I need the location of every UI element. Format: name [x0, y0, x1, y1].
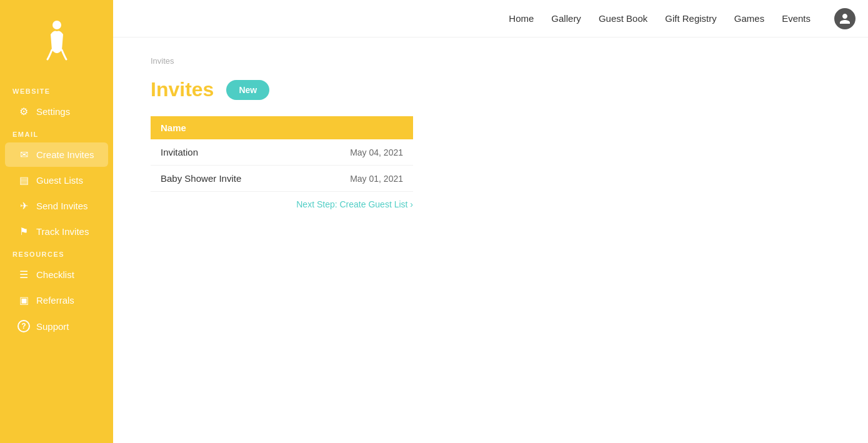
page-title: Invites [151, 78, 214, 101]
table-header-name: Name [151, 116, 413, 139]
checklist-icon: ☰ [17, 269, 30, 281]
support-icon: ? [17, 320, 30, 332]
referrals-label: Referrals [36, 295, 74, 306]
breadcrumb: Invites [151, 56, 831, 66]
referrals-icon: ▣ [17, 294, 30, 306]
sidebar-item-checklist[interactable]: ☰ Checklist [5, 262, 108, 287]
sidebar-item-referrals[interactable]: ▣ Referrals [5, 288, 108, 312]
next-step-link[interactable]: Next Step: Create Guest List › [151, 199, 413, 209]
send-icon: ✈ [17, 200, 30, 212]
resources-section-label: RESOURCES [0, 244, 113, 262]
support-label: Support [36, 321, 69, 332]
user-avatar[interactable] [834, 8, 856, 29]
email-section-label: EMAIL [0, 124, 113, 142]
sidebar-logo [0, 6, 113, 81]
track-icon: ⚑ [17, 226, 30, 237]
invites-table: Name Invitation May 04, 2021 Baby Shower… [151, 116, 413, 192]
page-header: Invites New [151, 78, 831, 101]
invite-name-2: Baby Shower Invite [151, 166, 303, 192]
sidebar-item-send-invites[interactable]: ✈ Send Invites [5, 194, 108, 218]
main-content: Invites Invites New Name Invitation May … [113, 37, 868, 443]
sidebar-item-guest-lists[interactable]: ▤ Guest Lists [5, 168, 108, 192]
create-invites-label: Create Invites [36, 149, 94, 160]
gear-icon: ⚙ [17, 106, 30, 117]
invite-date-2: May 01, 2021 [303, 166, 413, 192]
nav-gift-registry[interactable]: Gift Registry [665, 13, 717, 24]
new-invite-button[interactable]: New [226, 80, 269, 100]
top-nav: Home Gallery Guest Book Gift Registry Ga… [113, 0, 868, 37]
sidebar-item-track-invites[interactable]: ⚑ Track Invites [5, 219, 108, 244]
guest-lists-label: Guest Lists [36, 175, 83, 186]
sidebar-item-create-invites[interactable]: ✉ Create Invites [5, 142, 108, 167]
table-header-row: Name [151, 116, 413, 139]
invite-date-1: May 04, 2021 [303, 139, 413, 166]
nav-events[interactable]: Events [782, 13, 811, 24]
table-row[interactable]: Invitation May 04, 2021 [151, 139, 413, 166]
track-invites-label: Track Invites [36, 226, 89, 237]
website-section-label: WEBSITE [0, 81, 113, 99]
settings-label: Settings [36, 106, 70, 117]
nav-links: Home Gallery Guest Book Gift Registry Ga… [509, 8, 856, 29]
list-icon: ▤ [17, 174, 30, 186]
nav-gallery[interactable]: Gallery [551, 13, 581, 24]
nav-guest-book[interactable]: Guest Book [599, 13, 647, 24]
invite-name-1: Invitation [151, 139, 303, 166]
send-invites-label: Send Invites [36, 201, 88, 211]
nav-games[interactable]: Games [734, 13, 764, 24]
nav-home[interactable]: Home [509, 13, 534, 24]
checklist-label: Checklist [36, 269, 74, 280]
sidebar: WEBSITE ⚙ Settings EMAIL ✉ Create Invite… [0, 0, 113, 443]
table-row[interactable]: Baby Shower Invite May 01, 2021 [151, 166, 413, 192]
svg-point-0 [52, 21, 61, 29]
sidebar-item-support[interactable]: ? Support [5, 314, 108, 339]
email-icon: ✉ [17, 149, 30, 161]
sidebar-item-settings[interactable]: ⚙ Settings [5, 99, 108, 124]
